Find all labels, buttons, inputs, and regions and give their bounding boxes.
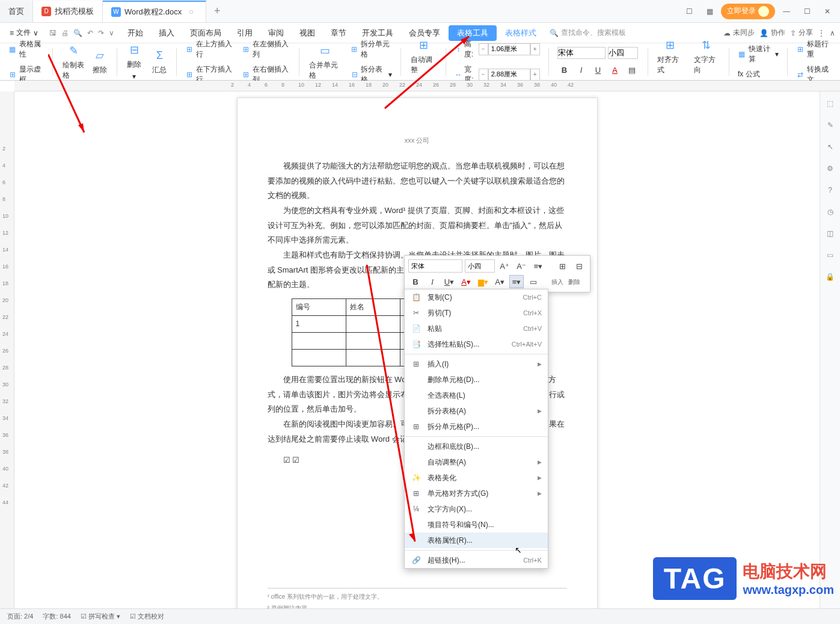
insert-row-above-button[interactable]: ⊞在上方插入行 <box>183 38 236 61</box>
menu-insert[interactable]: 插入 <box>152 28 182 39</box>
cm-beautify[interactable]: ✨表格美化▶ <box>405 470 548 486</box>
rs-arrow-icon[interactable]: ↖ <box>824 141 836 153</box>
mini-bold-button[interactable]: B <box>408 275 423 288</box>
apps-icon[interactable]: ▦ <box>701 2 719 20</box>
paragraph-1[interactable]: 视频提供了功能强大的方法帮助您证明您的观点。当您单击联机视频时，可以在想要添加的… <box>268 159 567 203</box>
table-properties-button[interactable]: ▦表格属性 <box>6 38 46 61</box>
mini-fontcolor-button[interactable]: A▾ <box>459 275 473 288</box>
mini-size-select[interactable] <box>465 259 495 273</box>
status-proof[interactable]: ☑ 文档校对 <box>130 612 164 621</box>
height-inc[interactable]: + <box>530 43 540 55</box>
rs-cube-icon[interactable]: ◫ <box>824 227 836 239</box>
layout-icon[interactable]: ☐ <box>680 2 698 20</box>
close-button[interactable]: ✕ <box>818 2 836 20</box>
mini-italic-button[interactable]: I <box>425 275 440 288</box>
mini-font-select[interactable] <box>408 259 462 273</box>
tab-home[interactable]: 首页 <box>0 1 33 22</box>
size-select[interactable] <box>608 47 638 59</box>
quickcalc-button[interactable]: ▦快速计算▾ <box>735 43 781 66</box>
formula-button[interactable]: fx 公式 <box>735 68 781 81</box>
cm-copy[interactable]: 📋复制(C)Ctrl+C <box>405 289 548 305</box>
erase-button[interactable]: ▱擦除 <box>89 46 111 78</box>
highlight-button[interactable]: ▤ <box>625 64 639 77</box>
cm-border[interactable]: 边框和底纹(B)... <box>405 439 548 454</box>
tab-add-button[interactable]: + <box>206 5 228 17</box>
rs-settings-icon[interactable]: ⚙ <box>824 162 836 175</box>
menu-start[interactable]: 开始 <box>120 28 150 39</box>
mini-highlight-button[interactable]: ▆▾ <box>476 275 490 288</box>
print-icon[interactable]: 🖨 <box>61 29 69 37</box>
maximize-button[interactable]: ☐ <box>798 2 816 20</box>
menu-file[interactable]: ≡ 文件 ∨ <box>5 28 43 38</box>
status-words[interactable]: 字数: 844 <box>43 612 70 621</box>
page-header[interactable]: xxx 公司 <box>268 134 567 147</box>
font-select[interactable] <box>557 47 605 59</box>
menu-view[interactable]: 视图 <box>292 28 322 39</box>
tab-template[interactable]: D 找稻壳模板 <box>33 1 103 22</box>
save-icon[interactable]: 🖫 <box>49 29 57 37</box>
insert-col-left-button[interactable]: ⊞在左侧插入列 <box>239 38 292 61</box>
qat-dropdown-icon[interactable]: ∨ <box>109 29 114 37</box>
mini-grow-font-button[interactable]: A⁺ <box>497 259 512 273</box>
rs-select-icon[interactable]: ⬚ <box>824 97 836 110</box>
mini-insert-button[interactable]: ⊞ <box>555 259 569 273</box>
table-header-2[interactable]: 姓名 <box>346 299 400 316</box>
draw-table-button[interactable]: ✎绘制表格 <box>59 41 88 83</box>
redo-icon[interactable]: ↷ <box>98 29 104 37</box>
tab-close-icon[interactable]: ○ <box>189 7 194 16</box>
cm-paste-special[interactable]: 📑选择性粘贴(S)...Ctrl+Alt+V <box>405 336 548 352</box>
paragraph-2[interactable]: 为使您的文档具有专业外观，Word¹ 提供了页眉、页脚、封面和文本框设计，这些设… <box>268 203 567 248</box>
login-button[interactable]: 立即登录 <box>721 4 775 19</box>
menu-more-icon[interactable]: ⋮ <box>818 29 825 37</box>
mini-shrink-font-button[interactable]: A⁻ <box>514 259 529 273</box>
share-button[interactable]: ⇪分享 <box>790 28 813 38</box>
status-page[interactable]: 页面: 2/4 <box>7 612 33 621</box>
cm-autofit[interactable]: 自动调整(A)▶ <box>405 454 548 470</box>
minimize-button[interactable]: — <box>777 2 796 20</box>
preview-icon[interactable]: 🔍 <box>73 29 82 37</box>
italic-button[interactable]: I <box>574 64 589 77</box>
menu-chapter[interactable]: 章节 <box>323 28 354 39</box>
cm-bullets[interactable]: 项目符号和编号(N)... <box>405 517 548 533</box>
mini-lineheight-button[interactable]: ≡▾ <box>531 259 545 273</box>
bold-button[interactable]: B <box>557 64 572 77</box>
width-dec[interactable]: − <box>479 69 488 81</box>
menu-table-styles[interactable]: 表格样式 <box>498 28 544 39</box>
undo-icon[interactable]: ↶ <box>87 29 93 37</box>
cm-tableprops[interactable]: 表格属性(R)... <box>405 533 548 548</box>
cm-cellalign[interactable]: ⊞单元格对齐方式(G)▶ <box>405 486 548 501</box>
title-row-repeat-button[interactable]: ⊞标题行重 <box>794 38 834 61</box>
height-input[interactable] <box>488 43 530 55</box>
split-cells-button[interactable]: ⊞拆分单元格 <box>348 38 395 61</box>
rs-clock-icon[interactable]: ◷ <box>824 206 836 218</box>
menu-review[interactable]: 审阅 <box>261 28 291 39</box>
cm-deletecell[interactable]: 删除单元格(D)... <box>405 372 548 388</box>
cm-hyperlink[interactable]: 🔗超链接(H)...Ctrl+K <box>405 552 548 568</box>
cm-splitcell[interactable]: ⊞拆分单元格(P)... <box>405 419 548 434</box>
width-inc[interactable]: + <box>530 69 540 81</box>
mini-align-button[interactable]: ≡▾ <box>509 275 524 288</box>
rs-screen-icon[interactable]: ▭ <box>824 249 836 261</box>
rs-lock-icon[interactable]: 🔒 <box>824 271 836 283</box>
collapse-ribbon-icon[interactable]: ∧ <box>830 29 835 37</box>
cm-textdir[interactable]: ¼文字方向(X)... <box>405 501 548 517</box>
summary-button[interactable]: Σ汇总 <box>149 46 170 78</box>
cm-paste[interactable]: 📄粘贴Ctrl+V <box>405 321 548 336</box>
table-cell-r1c1[interactable]: 1 <box>292 316 346 333</box>
mini-bgcolor-button[interactable]: A▾ <box>492 275 507 288</box>
ruler-vertical[interactable]: 2468101214161820222426283032343638404244 <box>0 91 14 608</box>
unsync-button[interactable]: ☁未同步 <box>723 28 755 38</box>
rs-pen-icon[interactable]: ✎ <box>824 119 836 131</box>
cm-selecttable[interactable]: 全选表格(L) <box>405 388 548 403</box>
mini-underline-button[interactable]: U▾ <box>442 275 456 288</box>
underline-button[interactable]: U <box>591 64 605 77</box>
status-spell[interactable]: ☑ 拼写检查 ▾ <box>81 612 120 621</box>
mini-merge-button[interactable]: ▭ <box>526 275 541 288</box>
table-header-1[interactable]: 编号 <box>292 299 346 316</box>
menu-reference[interactable]: 引用 <box>230 28 260 39</box>
cm-insert[interactable]: ⊞插入(I)▶ <box>405 356 548 372</box>
delete-button[interactable]: ⊟删除▾ <box>123 40 145 83</box>
menu-devtools[interactable]: 开发工具 <box>355 28 400 39</box>
height-dec[interactable]: − <box>479 43 488 55</box>
menu-search[interactable]: 🔍 查找命令、搜索模板 <box>545 28 631 38</box>
